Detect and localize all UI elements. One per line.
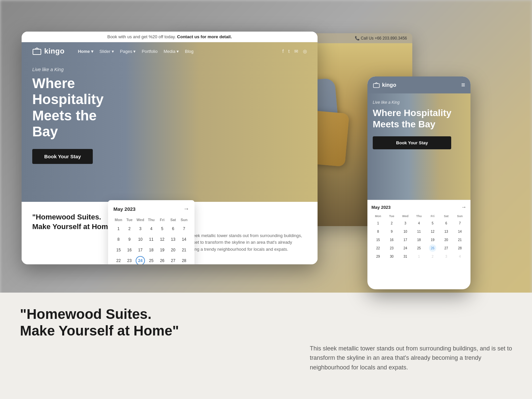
mobile-cal-day-highlighted[interactable]: 26 [429,244,436,252]
mobile-cal-day[interactable]: 21 [456,236,464,243]
cal-day[interactable]: 27 [169,256,178,264]
mobile-cal-day[interactable]: 4 [415,219,423,227]
mobile-cal-day[interactable]: 8 [374,228,382,235]
cal-day[interactable]: 20 [169,245,178,255]
nav-portfolio[interactable]: Portfolio [142,49,158,54]
mobile-cal-day-other[interactable]: 2 [429,253,436,260]
cal-day[interactable]: 15 [114,245,123,255]
desktop-nav-links: Home ▾ Slider ▾ Pages ▾ Portfolio Media … [78,49,194,54]
cal-day[interactable]: 25 [147,256,156,264]
cal-day[interactable]: 6 [169,224,178,233]
social-facebook[interactable]: f [282,49,284,54]
announcement-link[interactable]: Contact us for more detail. [177,34,232,39]
mobile-cal-day-other[interactable]: 1 [415,253,423,260]
cal-hdr-tue: Tue [124,216,135,223]
cal-day[interactable]: 13 [169,235,178,244]
mobile-cal-day[interactable]: 31 [402,253,409,260]
mobile-book-stay-button[interactable]: Book Your Stay [373,136,451,149]
nav-home[interactable]: Home ▾ [78,49,93,54]
mobile-cal-day[interactable]: 28 [456,244,464,252]
cal-day[interactable]: 11 [147,235,156,244]
calendar-month-year: May 2023 [113,206,136,212]
logo-icon [32,47,42,55]
mobile-calendar-month-year: May 2023 [371,205,391,210]
social-twitter[interactable]: t [288,49,290,54]
mobile-cal-day[interactable]: 16 [388,236,395,243]
mobile-cal-day-other[interactable]: 4 [456,253,464,260]
hero-title: Where Hospitality Meets the Bay [32,75,125,140]
social-email[interactable]: ✉ [294,49,298,54]
mobile-cal-hdr-sat: Sat [440,213,453,219]
cal-day[interactable]: 17 [136,245,145,255]
nav-blog[interactable]: Blog [185,49,194,54]
mobile-cal-day[interactable]: 19 [429,236,436,243]
cal-day[interactable]: 9 [125,235,134,244]
calendar-grid: Mon Tue Wed Thu Fri Sat Sun 1 2 3 4 5 6 … [113,216,189,264]
book-stay-button[interactable]: Book Your Stay [32,149,93,164]
cal-day[interactable]: 12 [158,235,167,244]
calendar-popup[interactable]: May 2023 → Mon Tue Wed Thu Fri Sat Sun 1… [108,200,195,264]
cal-day[interactable]: 22 [114,256,123,264]
mobile-cal-day[interactable]: 24 [402,244,409,252]
mobile-cal-day[interactable]: 27 [443,244,450,252]
nav-media[interactable]: Media ▾ [164,49,179,54]
calendar-next-button[interactable]: → [183,205,189,212]
mobile-cal-day-other[interactable]: 3 [443,253,450,260]
cal-day[interactable]: 23 [125,256,134,264]
mobile-cal-day[interactable]: 2 [388,219,395,227]
mobile-cal-day[interactable]: 10 [402,228,409,235]
cal-day[interactable]: 18 [147,245,156,255]
cal-day[interactable]: 19 [158,245,167,255]
mobile-cal-day[interactable]: 1 [374,219,382,227]
cal-hdr-wed: Wed [135,216,146,223]
mobile-cal-hdr-tue: Tue [385,213,398,219]
mobile-cal-day[interactable]: 30 [388,253,395,260]
cal-day[interactable]: 21 [180,245,189,255]
cal-day[interactable]: 1 [114,224,123,233]
mobile-calendar[interactable]: May 2023 → Mon Tue Wed Thu Fri Sat Sun 1… [367,200,470,264]
mobile-cal-hdr-sun: Sun [453,213,466,219]
mobile-cal-hdr-mon: Mon [371,213,385,219]
mobile-cal-day[interactable]: 23 [388,244,395,252]
mobile-cal-day[interactable]: 5 [429,219,436,227]
cal-day[interactable]: 28 [180,256,189,264]
mobile-cal-day[interactable]: 20 [443,236,450,243]
mobile-cal-day[interactable]: 17 [402,236,409,243]
social-instagram[interactable]: ◎ [303,49,307,54]
mobile-cal-day[interactable]: 6 [443,219,450,227]
mobile-cal-hdr-fri: Fri [426,213,439,219]
cal-day[interactable]: 2 [125,224,134,233]
mobile-hero-subtitle: Live like a King [373,100,465,105]
cal-day[interactable]: 14 [180,235,189,244]
cal-day[interactable]: 26 [158,256,167,264]
mobile-logo: kingo [373,82,396,88]
mobile-cal-day[interactable]: 7 [456,219,464,227]
mobile-cal-day[interactable]: 9 [388,228,395,235]
cal-day[interactable]: 7 [180,224,189,233]
mobile-cal-day[interactable]: 29 [374,253,382,260]
cal-day[interactable]: 10 [136,235,145,244]
mobile-cal-day[interactable]: 12 [429,228,436,235]
nav-slider[interactable]: Slider ▾ [99,49,114,54]
cal-hdr-thu: Thu [146,216,157,223]
mobile-calendar-next[interactable]: → [461,204,466,210]
cal-day[interactable]: 16 [125,245,134,255]
mobile-cal-day[interactable]: 25 [415,244,423,252]
mobile-cal-day[interactable]: 3 [402,219,409,227]
hamburger-menu[interactable]: ≡ [461,81,465,89]
mobile-brand-name: kingo [382,82,396,88]
mobile-cal-day[interactable]: 22 [374,244,382,252]
mobile-cal-day[interactable]: 13 [443,228,450,235]
cal-day[interactable]: 8 [114,235,123,244]
cal-day[interactable]: 4 [147,224,156,233]
calendar-header: May 2023 → [113,205,189,212]
cal-day[interactable]: 5 [158,224,167,233]
cal-day[interactable]: 3 [136,224,145,233]
mobile-cal-day[interactable]: 14 [456,228,464,235]
nav-pages[interactable]: Pages ▾ [120,49,136,54]
brand-name: kingo [44,47,65,56]
mobile-cal-day[interactable]: 15 [374,236,382,243]
mobile-cal-day[interactable]: 11 [415,228,423,235]
mobile-cal-day[interactable]: 18 [415,236,423,243]
cal-day-today[interactable]: 24 [136,256,145,264]
